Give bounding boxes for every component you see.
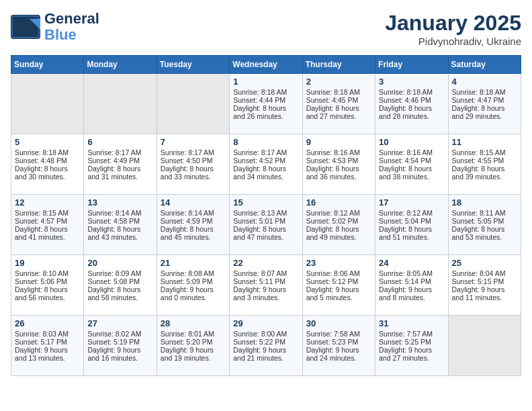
- day-info: Sunset: 5:14 PM: [379, 277, 444, 285]
- day-number: 22: [233, 258, 298, 268]
- logo: General Blue: [11, 11, 99, 43]
- day-number: 27: [87, 318, 152, 328]
- calendar-cell: 27Sunrise: 8:02 AMSunset: 5:19 PMDayligh…: [84, 316, 157, 376]
- day-info: Sunrise: 8:15 AM: [452, 148, 517, 156]
- day-info: Sunset: 5:06 PM: [15, 277, 80, 285]
- day-info: Sunrise: 8:06 AM: [306, 269, 371, 277]
- day-number: 11: [452, 137, 517, 147]
- calendar-cell: 17Sunrise: 8:12 AMSunset: 5:04 PMDayligh…: [375, 195, 448, 255]
- day-info: Sunrise: 8:12 AM: [306, 209, 371, 217]
- day-info: Daylight: 8 hours and 28 minutes.: [379, 104, 444, 120]
- calendar-cell: 26Sunrise: 8:03 AMSunset: 5:17 PMDayligh…: [11, 316, 84, 376]
- day-info: Sunset: 5:15 PM: [452, 277, 517, 285]
- day-number: 8: [233, 137, 298, 147]
- day-info: Daylight: 8 hours and 53 minutes.: [452, 225, 517, 241]
- day-info: Sunset: 4:48 PM: [15, 156, 80, 165]
- day-number: 10: [379, 137, 444, 147]
- day-info: Sunrise: 8:17 AM: [161, 148, 226, 156]
- day-number: 14: [161, 197, 226, 208]
- day-info: Sunset: 5:05 PM: [452, 217, 517, 225]
- calendar-cell: 31Sunrise: 7:57 AMSunset: 5:25 PMDayligh…: [375, 316, 448, 376]
- day-info: Daylight: 9 hours and 27 minutes.: [379, 346, 444, 362]
- day-info: Sunrise: 8:18 AM: [306, 88, 371, 96]
- day-info: Sunrise: 8:14 AM: [87, 209, 152, 217]
- calendar-cell: 28Sunrise: 8:01 AMSunset: 5:20 PMDayligh…: [157, 316, 229, 376]
- day-info: Sunset: 4:44 PM: [233, 96, 298, 104]
- day-number: 25: [452, 258, 517, 268]
- day-info: Sunset: 5:22 PM: [233, 338, 298, 346]
- day-info: Sunrise: 8:17 AM: [87, 148, 152, 156]
- day-info: Sunset: 4:54 PM: [379, 156, 444, 165]
- day-info: Daylight: 9 hours and 16 minutes.: [87, 346, 152, 362]
- calendar-cell: [84, 74, 157, 134]
- calendar-cell: 5Sunrise: 8:18 AMSunset: 4:48 PMDaylight…: [11, 134, 84, 195]
- day-info: Sunrise: 8:16 AM: [306, 148, 371, 156]
- logo-icon: [11, 15, 40, 39]
- day-info: Sunrise: 8:12 AM: [379, 209, 444, 217]
- day-info: Daylight: 8 hours and 33 minutes.: [161, 165, 226, 181]
- day-info: Sunrise: 7:57 AM: [379, 330, 444, 338]
- calendar-cell: 25Sunrise: 8:04 AMSunset: 5:15 PMDayligh…: [448, 255, 521, 316]
- calendar-cell: 20Sunrise: 8:09 AMSunset: 5:08 PMDayligh…: [84, 255, 157, 316]
- day-info: Sunset: 5:01 PM: [233, 217, 298, 225]
- day-info: Sunset: 5:20 PM: [161, 338, 226, 346]
- day-info: Sunset: 4:52 PM: [233, 156, 298, 165]
- day-info: Daylight: 8 hours and 38 minutes.: [379, 165, 444, 181]
- day-number: 15: [233, 197, 298, 208]
- day-info: Sunset: 4:47 PM: [452, 96, 517, 104]
- day-number: 28: [161, 318, 226, 328]
- day-number: 17: [379, 197, 444, 208]
- day-info: Daylight: 8 hours and 30 minutes.: [15, 165, 80, 181]
- day-number: 5: [15, 137, 80, 147]
- day-info: Sunrise: 8:18 AM: [15, 148, 80, 156]
- day-info: Sunset: 5:17 PM: [15, 338, 80, 346]
- weekday-header-sunday: Sunday: [11, 56, 84, 74]
- calendar-cell: 23Sunrise: 8:06 AMSunset: 5:12 PMDayligh…: [302, 255, 375, 316]
- day-number: 29: [233, 318, 298, 328]
- day-info: Sunrise: 8:01 AM: [161, 330, 226, 338]
- weekday-header-wednesday: Wednesday: [230, 56, 302, 74]
- day-number: 7: [161, 137, 226, 147]
- calendar-table: SundayMondayTuesdayWednesdayThursdayFrid…: [11, 55, 521, 376]
- day-number: 13: [87, 197, 152, 208]
- page-header: General Blue January 2025 Pidvynohradiv,…: [11, 11, 521, 47]
- calendar-cell: 14Sunrise: 8:14 AMSunset: 4:59 PMDayligh…: [157, 195, 229, 255]
- day-number: 19: [15, 258, 80, 268]
- weekday-header-thursday: Thursday: [302, 56, 375, 74]
- day-info: Sunset: 4:45 PM: [306, 96, 371, 104]
- calendar-cell: 18Sunrise: 8:11 AMSunset: 5:05 PMDayligh…: [448, 195, 521, 255]
- day-info: Sunrise: 8:04 AM: [452, 269, 517, 277]
- day-info: Sunset: 4:53 PM: [306, 156, 371, 165]
- calendar-cell: 16Sunrise: 8:12 AMSunset: 5:02 PMDayligh…: [302, 195, 375, 255]
- day-info: Sunrise: 8:09 AM: [87, 269, 152, 277]
- day-info: Daylight: 8 hours and 26 minutes.: [233, 104, 298, 120]
- day-info: Daylight: 9 hours and 19 minutes.: [161, 346, 226, 362]
- day-info: Sunset: 5:09 PM: [161, 277, 226, 285]
- day-info: Daylight: 9 hours and 24 minutes.: [306, 346, 371, 362]
- day-info: Sunrise: 8:05 AM: [379, 269, 444, 277]
- calendar-cell: 30Sunrise: 7:58 AMSunset: 5:23 PMDayligh…: [302, 316, 375, 376]
- day-number: 2: [306, 77, 371, 87]
- logo-text: General Blue: [44, 11, 99, 43]
- day-info: Daylight: 8 hours and 47 minutes.: [233, 225, 298, 241]
- day-info: Daylight: 9 hours and 0 minutes.: [161, 285, 226, 302]
- day-info: Daylight: 9 hours and 11 minutes.: [452, 285, 517, 302]
- day-info: Daylight: 8 hours and 34 minutes.: [233, 165, 298, 181]
- day-info: Sunset: 5:02 PM: [306, 217, 371, 225]
- day-info: Daylight: 8 hours and 49 minutes.: [306, 225, 371, 241]
- calendar-cell: 3Sunrise: 8:18 AMSunset: 4:46 PMDaylight…: [375, 74, 448, 134]
- calendar-cell: 10Sunrise: 8:16 AMSunset: 4:54 PMDayligh…: [375, 134, 448, 195]
- day-info: Sunset: 5:23 PM: [306, 338, 371, 346]
- day-number: 1: [233, 77, 298, 87]
- day-info: Sunset: 4:58 PM: [87, 217, 152, 225]
- day-info: Daylight: 8 hours and 43 minutes.: [87, 225, 152, 241]
- calendar-cell: 22Sunrise: 8:07 AMSunset: 5:11 PMDayligh…: [230, 255, 302, 316]
- day-number: 21: [161, 258, 226, 268]
- calendar-cell: 15Sunrise: 8:13 AMSunset: 5:01 PMDayligh…: [230, 195, 302, 255]
- day-info: Sunrise: 8:17 AM: [233, 148, 298, 156]
- day-info: Daylight: 8 hours and 31 minutes.: [87, 165, 152, 181]
- day-info: Sunset: 5:12 PM: [306, 277, 371, 285]
- day-info: Sunrise: 8:15 AM: [15, 209, 80, 217]
- day-number: 18: [452, 197, 517, 208]
- day-info: Daylight: 9 hours and 21 minutes.: [233, 346, 298, 362]
